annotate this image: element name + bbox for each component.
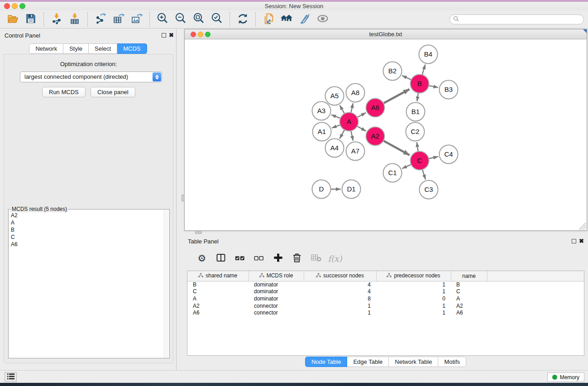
function-builder-button[interactable]: f(x)	[326, 250, 344, 267]
node-B1[interactable]: B1	[406, 103, 425, 121]
node-C2[interactable]: C2	[406, 123, 425, 141]
mcds-result-item[interactable]: A2	[9, 212, 163, 219]
network-zoom-button[interactable]	[205, 32, 210, 37]
column-header-shared-name[interactable]: shared name	[187, 271, 249, 281]
mcds-result-list[interactable]: A2ABCA6	[9, 212, 163, 357]
node-A4[interactable]: A4	[325, 139, 344, 157]
node-C3[interactable]: C3	[420, 181, 438, 199]
collapsed-tool-palette-grip[interactable]	[182, 195, 185, 201]
mcds-result-item[interactable]: C	[9, 234, 163, 241]
node-B2[interactable]: B2	[383, 62, 402, 81]
network-from-selection-button[interactable]	[259, 12, 277, 27]
node-A[interactable]: A	[340, 113, 359, 131]
search-input[interactable]	[461, 16, 574, 23]
close-window-button[interactable]	[4, 3, 10, 9]
node-C4[interactable]: C4	[440, 145, 458, 164]
table-row[interactable]: Adominator80A	[187, 295, 584, 302]
close-panel-button[interactable]: Close panel	[91, 87, 135, 97]
toggle-style-button[interactable]	[296, 12, 314, 27]
float-panel-icon[interactable]	[162, 33, 166, 38]
network-window-titlebar[interactable]: testGlobe.txt	[185, 29, 587, 39]
node-A1[interactable]: A1	[313, 123, 331, 141]
open-session-button[interactable]	[4, 12, 22, 27]
task-history-button[interactable]	[5, 372, 17, 382]
mcds-result-item[interactable]: A6	[9, 241, 163, 248]
maximize-corner-icon[interactable]	[583, 29, 587, 33]
minimize-window-button[interactable]	[12, 3, 18, 9]
node-D[interactable]: D	[312, 180, 331, 199]
node-A5[interactable]: A5	[325, 87, 344, 105]
zoom-selected-button[interactable]	[208, 12, 226, 27]
show-columns-button[interactable]	[212, 250, 229, 267]
home-layout-button[interactable]	[277, 12, 296, 27]
export-table-button[interactable]	[110, 12, 128, 27]
criterion-dropdown[interactable]: largest connected component (directed)	[20, 71, 162, 82]
tab-network-table[interactable]: Network Table	[389, 357, 438, 367]
mcds-result-item[interactable]: A	[9, 219, 163, 226]
network-close-button[interactable]	[191, 32, 196, 37]
table-row[interactable]: A6connector11A6	[187, 309, 584, 316]
horizontal-splitter-grip[interactable]	[195, 231, 202, 234]
table-header-row[interactable]: shared nameMCDS rolesuccessor nodesprede…	[187, 271, 584, 281]
column-header-name[interactable]: name	[451, 271, 487, 281]
node-D1[interactable]: D1	[342, 180, 361, 199]
network-canvas[interactable]: B4B2BB3A8A5A6A3B1AA1C2A2A4A7C4CC1C3DD1	[185, 39, 587, 230]
node-C1[interactable]: C1	[383, 164, 402, 182]
node-A3[interactable]: A3	[312, 102, 331, 120]
node-A7[interactable]: A7	[346, 142, 365, 161]
node-A6[interactable]: A6	[366, 99, 385, 117]
trash-icon	[292, 253, 302, 264]
resize-grip[interactable]	[579, 223, 586, 230]
import-network-button[interactable]	[48, 12, 66, 27]
column-header-predecessor-nodes[interactable]: predecessor nodes	[376, 271, 451, 281]
zoom-in-button[interactable]	[153, 12, 172, 27]
node-B4[interactable]: B4	[419, 45, 438, 64]
tab-node-table[interactable]: Node Table	[305, 357, 348, 367]
delete-column-button[interactable]	[288, 250, 306, 267]
deselect-all-button[interactable]	[250, 250, 268, 267]
close-panel-icon[interactable]: ✖	[169, 32, 174, 38]
export-network-button[interactable]	[91, 12, 110, 27]
table-row[interactable]: A2connector11A2	[187, 302, 584, 310]
toolbar-separator	[149, 12, 150, 27]
search-field[interactable]	[449, 14, 584, 24]
tab-network[interactable]: Network	[29, 43, 63, 54]
float-table-panel-icon[interactable]	[572, 239, 576, 243]
create-column-button[interactable]	[269, 250, 287, 267]
table-row[interactable]: Cdominator41C	[187, 288, 584, 295]
node-B[interactable]: B	[411, 75, 429, 93]
table-row[interactable]: Bdominator41B	[187, 281, 584, 288]
mcds-result-item[interactable]: B	[9, 226, 163, 234]
delete-table-icon	[311, 253, 322, 264]
import-table-button[interactable]	[66, 12, 84, 27]
node-A2[interactable]: A2	[366, 127, 385, 146]
refresh-button[interactable]	[234, 12, 252, 27]
table-settings-button[interactable]: ⚙	[193, 250, 210, 267]
export-image-button[interactable]	[128, 12, 146, 27]
zoom-window-button[interactable]	[19, 3, 25, 9]
column-header-successor-nodes[interactable]: successor nodes	[304, 271, 376, 281]
select-all-button[interactable]	[231, 250, 249, 267]
save-session-button[interactable]	[22, 12, 40, 27]
zoom-out-button[interactable]	[172, 12, 190, 27]
memory-button[interactable]: Memory	[547, 372, 584, 382]
node-label: A8	[351, 89, 359, 96]
node-C[interactable]: C	[411, 152, 429, 170]
tab-style[interactable]: Style	[63, 43, 89, 54]
node-B3[interactable]: B3	[440, 81, 458, 99]
column-sort-icon	[259, 273, 264, 279]
mcds-result-scrollbar[interactable]	[164, 210, 169, 357]
column-header-MCDS-role[interactable]: MCDS role	[249, 271, 304, 281]
tab-select[interactable]: Select	[89, 43, 117, 54]
run-mcds-button[interactable]: Run MCDS	[42, 87, 86, 97]
tab-motifs[interactable]: Motifs	[438, 357, 466, 367]
delete-table-button[interactable]	[307, 250, 325, 267]
node-label: A1	[318, 128, 326, 135]
show-hide-button[interactable]	[314, 12, 332, 27]
zoom-fit-button[interactable]	[190, 12, 208, 27]
tab-edge-table[interactable]: Edge Table	[347, 357, 389, 367]
network-minimize-button[interactable]	[198, 32, 203, 37]
node-A8[interactable]: A8	[346, 84, 365, 102]
close-table-panel-icon[interactable]: ✖	[579, 238, 584, 244]
tab-mcds[interactable]: MCDS	[117, 43, 147, 54]
